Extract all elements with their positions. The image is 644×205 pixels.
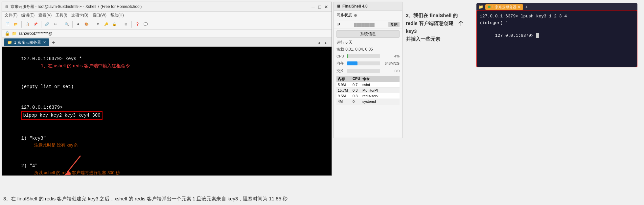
fs-terminal-line-3: 127.0.0.1:6379>: [480, 26, 634, 45]
bottom-annotation: 3、在 finalShell 的 redis 客户端创建完 key3 之后，xs…: [3, 195, 641, 203]
toolbar-open[interactable]: 📂: [12, 21, 19, 28]
sync-status-dot: [354, 14, 357, 17]
fs-tab-close-icon[interactable]: ✕: [518, 5, 520, 9]
sysinfo-button[interactable]: 系统信息: [336, 30, 400, 38]
xshell-title-icon: 🖥: [5, 5, 9, 9]
toolbar-sep-4: [72, 21, 73, 28]
ip-label: IP: [336, 22, 340, 27]
mem-value: 648M/2G: [381, 61, 400, 65]
toolbar-search[interactable]: 🔍: [63, 21, 70, 28]
load-text: 负载 0.01, 0.04, 0.05: [336, 47, 373, 52]
close-button[interactable]: ✕: [324, 4, 329, 10]
fs-title-text: FinalShell 4.0: [342, 4, 368, 9]
swap-value: 0/0: [381, 69, 400, 73]
xshell-terminal[interactable]: 127.0.0.1:6379> keys * 1、在 xshell 的 redi…: [2, 47, 332, 175]
fs-terminal[interactable]: 127.0.0.1:6379> lpush key3 1 2 3 4 (inte…: [476, 10, 637, 67]
xshell-window: 🖥 京东云服务器 - root@lavm-8u3dnsfml9:~ - Xshe…: [2, 2, 332, 176]
toolbar-color[interactable]: 🎨: [83, 21, 90, 28]
load-stat: 负载 0.01, 0.04, 0.05: [334, 46, 402, 53]
mem-bar-container: [347, 61, 380, 65]
proc-mem-3: 4M: [338, 100, 353, 103]
col-header-cpu: CPU: [353, 77, 362, 81]
terminal-prompt-2: 127.0.0.1:6379>: [21, 105, 65, 110]
annotation-2-line2: redis 客户端随意创建一个 key3: [406, 20, 463, 34]
xshell-address-bar: 🔒 📁 ssh://root:********@: [2, 30, 332, 37]
proc-cmd-0: sshd: [362, 83, 398, 87]
toolbar-msg[interactable]: 💬: [142, 21, 149, 28]
toolbar-font[interactable]: A: [75, 21, 82, 28]
swap-label: 交换: [336, 68, 346, 73]
toolbar-connect[interactable]: 🔗: [43, 21, 51, 28]
annotation-2-text: 2、我们在 finalShell 的 redis 客户端随意创建一个 key3 …: [406, 11, 475, 43]
col-header-mem: 内存: [338, 77, 353, 81]
toolbar-copy[interactable]: 📋: [24, 21, 31, 28]
tab-label: 1 京东云服务器: [14, 40, 41, 45]
maximize-button[interactable]: □: [317, 4, 322, 10]
swap-bar-container: [347, 69, 380, 73]
fs-folder-icon: 📁: [478, 5, 483, 9]
menu-help[interactable]: 帮助(H): [110, 12, 124, 18]
uptime-text: 运行 6 天: [336, 40, 353, 45]
toolbar-sep-6: [120, 21, 120, 28]
fs-terminal-line-2: (integer) 4: [480, 20, 634, 26]
proc-cmd-3: systemd: [362, 100, 398, 103]
process-table: 内存 CPU 命令 5.9M 0.7 sshd 15.7M 0.3 Monito…: [336, 76, 400, 104]
tab-prev-icon[interactable]: ◄: [315, 39, 322, 46]
toolbar-sep-5: [92, 21, 92, 28]
xshell-tab-bar: 📁 1 京东云服务器 ✕ + ◄ ►: [2, 37, 332, 47]
copy-ip-button[interactable]: 复制: [388, 22, 400, 27]
annotation-2a: 注意此时是 没有 key 的: [34, 143, 79, 148]
cpu-label: CPU: [336, 54, 346, 58]
menu-view[interactable]: 查看(V): [38, 12, 52, 18]
ip-value: ████████: [354, 23, 374, 27]
annotation-3-text: 3、在 finalShell 的 redis 客户端创建完 key3 之后，xs…: [3, 196, 288, 201]
cpu-row: CPU 4%: [334, 54, 402, 59]
xshell-title: 🖥 京东云服务器 - root@lavm-8u3dnsfml9:~ - Xshe…: [5, 4, 142, 10]
terminal-output-1: (empty list or set): [21, 84, 74, 89]
toolbar-paste[interactable]: 📌: [32, 21, 39, 28]
toolbar-layout[interactable]: ⊞: [122, 21, 129, 28]
terminal-line-2: (empty list or set): [5, 77, 329, 97]
tab-jingdong[interactable]: 📁 1 京东云服务器 ✕: [4, 38, 49, 46]
fs-icon: 🖥: [336, 4, 340, 9]
tab-close-icon[interactable]: ✕: [43, 40, 46, 45]
toolbar-new[interactable]: 📄: [4, 21, 11, 28]
annotation-1: 1、在 xshell 的 redis 客户端中输入红框命令: [41, 63, 130, 68]
toolbar-help[interactable]: ❓: [134, 21, 141, 28]
toolbar-disconnect[interactable]: ✂: [52, 21, 59, 28]
swap-row: 交换 0/0: [334, 68, 402, 74]
toolbar-sep-1: [21, 21, 22, 28]
menu-tools[interactable]: 工具(I): [56, 12, 67, 18]
table-row: 15.7M 0.3 MonitorPl: [336, 88, 400, 93]
toolbar-settings[interactable]: ⚙: [94, 21, 102, 28]
menu-tabs[interactable]: 选项卡(B): [71, 12, 88, 18]
mem-bar-fill: [347, 61, 357, 65]
lock-icon: 🔒: [5, 31, 10, 36]
table-row: 9.5M 0.3 redis-serv: [336, 93, 400, 99]
fs-prompt: 127.0.0.1:6379>: [495, 33, 536, 38]
toolbar-lock[interactable]: 🔒: [111, 21, 118, 28]
proc-cpu-2: 0.3: [353, 94, 362, 98]
menu-window[interactable]: 窗口(W): [92, 12, 106, 18]
fs-tab-label: 1 京东云服务器: [492, 5, 517, 10]
terminal-line-1: 127.0.0.1:6379> keys * 1、在 xshell 的 redi…: [5, 49, 329, 77]
address-folder-icon: 📁: [12, 31, 17, 36]
fs-tab-active[interactable]: 1 京东云服务器 ✕: [485, 4, 523, 10]
fs-tab-add-icon[interactable]: +: [525, 4, 528, 10]
arrow-indicator: [61, 152, 87, 179]
col-header-cmd: 命令: [362, 77, 398, 81]
xshell-window-controls: ─ □ ✕: [310, 4, 329, 10]
tab-add-button[interactable]: +: [50, 39, 57, 46]
menu-file[interactable]: 文件(F): [5, 12, 17, 18]
fs-titlebar: 🖥 FinalShell 4.0: [334, 2, 402, 11]
minimize-button[interactable]: ─: [310, 4, 316, 10]
menu-edit[interactable]: 编辑(E): [21, 12, 34, 18]
terminal-result-1: 1) "key3": [21, 136, 46, 141]
terminal-result-2: 2) "4": [21, 163, 37, 169]
toolbar-sep-7: [131, 21, 132, 28]
proc-cpu-3: 0: [353, 100, 362, 103]
tab-next-icon[interactable]: ►: [322, 39, 330, 46]
terminal-line-5: 2) "4" 所以 xshell 的 redis 客户端将进行阻塞 300 秒: [5, 156, 329, 175]
annotation-area: 2、我们在 finalShell 的 redis 客户端随意创建一个 key3 …: [406, 2, 641, 176]
toolbar-keys[interactable]: 🔑: [103, 21, 110, 28]
